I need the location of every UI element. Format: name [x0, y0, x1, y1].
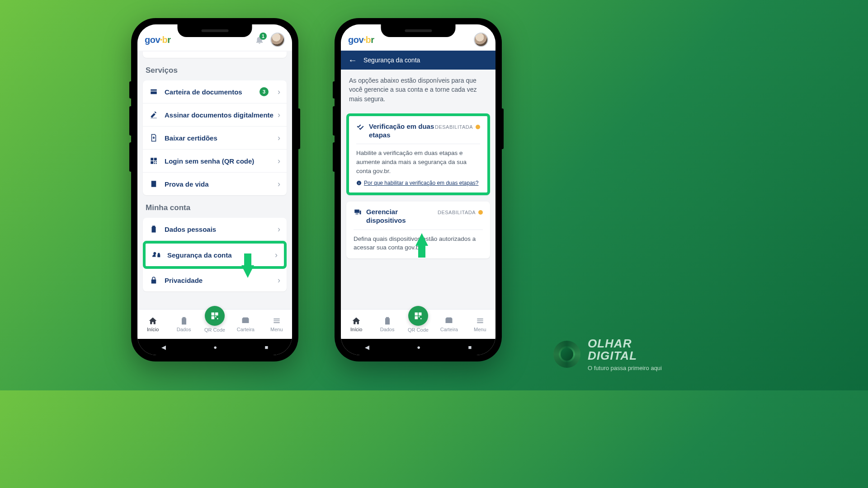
sub-header-title: Segurança da conta	[363, 56, 420, 64]
notifications-count-badge: 1	[259, 33, 267, 40]
avatar[interactable]	[474, 33, 488, 47]
avatar[interactable]	[270, 33, 285, 47]
phone-mockup-right: gov•br ← Segurança da conta As opções ab…	[335, 18, 502, 361]
qr-icon	[149, 156, 158, 165]
nav-menu[interactable]: Menu	[261, 316, 292, 332]
service-item-proof-of-life[interactable]: Prova de vida ›	[143, 173, 287, 195]
devices-icon	[354, 208, 362, 218]
qr-fab-icon	[205, 306, 225, 326]
section-title-servicos: Serviços	[143, 58, 287, 80]
nav-qr-code[interactable]: QR Code	[403, 316, 434, 333]
highlight-arrow-up-icon	[415, 233, 428, 246]
chevron-right-icon: ›	[278, 156, 280, 166]
chevron-right-icon: ›	[278, 276, 280, 285]
chevron-right-icon: ›	[278, 87, 280, 97]
two-step-title: Verificação em duas etapas	[369, 122, 437, 140]
sub-header-security: ← Segurança da conta	[341, 51, 495, 70]
service-label: Prova de vida	[165, 180, 209, 188]
two-step-body: Habilite a verificação em duas etapas e …	[356, 149, 480, 175]
chevron-right-icon: ›	[278, 133, 280, 143]
olhar-digital-logo-icon	[553, 341, 580, 368]
phone-mockup-left: gov•br 1 Serviços Carteira de documentos…	[131, 18, 298, 361]
softkey-home-icon[interactable]: ●	[417, 344, 420, 351]
lock-icon	[149, 276, 158, 285]
nav-inicio[interactable]: Início	[137, 316, 168, 332]
service-label: Carteira de documentos	[165, 88, 242, 96]
service-item-qr-login[interactable]: Login sem senha (QR code) ›	[143, 150, 287, 173]
account-label: Privacidade	[165, 277, 203, 284]
account-label: Segurança da conta	[167, 251, 232, 259]
screen-left: gov•br 1 Serviços Carteira de documentos…	[137, 24, 292, 355]
minha-conta-card: Dados pessoais › Segurança da conta › Pr…	[143, 218, 287, 291]
documents-count-badge: 3	[259, 87, 269, 96]
softkey-back-icon[interactable]: ◀	[161, 344, 166, 351]
status-badge: DESABILITADA	[435, 124, 480, 130]
account-label: Dados pessoais	[165, 225, 216, 233]
bottom-nav: Início Dados QR Code Carteira Menu	[137, 309, 292, 339]
account-item-personal-data[interactable]: Dados pessoais ›	[143, 218, 287, 241]
status-dot-icon	[476, 125, 480, 129]
info-icon	[356, 180, 362, 186]
previous-card-stub	[143, 52, 287, 58]
service-label: Baixar certidões	[165, 134, 217, 142]
account-item-security[interactable]: Segurança da conta ›	[143, 241, 287, 269]
brand-name-2: DIGITAL	[588, 349, 662, 363]
android-softkeys: ◀ ● ■	[341, 339, 495, 355]
chevron-right-icon: ›	[275, 250, 278, 260]
service-item-sign-documents[interactable]: Assinar documentos digitalmente ›	[143, 103, 287, 127]
nav-inicio[interactable]: Início	[341, 316, 372, 332]
nav-carteira[interactable]: Carteira	[434, 316, 464, 332]
softkey-home-icon[interactable]: ●	[213, 344, 217, 351]
nav-qr-code[interactable]: QR Code	[199, 316, 230, 333]
nav-menu[interactable]: Menu	[465, 316, 495, 332]
softkey-recent-icon[interactable]: ■	[468, 344, 472, 351]
govbr-logo: gov•br	[348, 35, 374, 45]
notch	[178, 24, 252, 37]
screen-right: gov•br ← Segurança da conta As opções ab…	[341, 24, 495, 355]
status-badge: DESABILITADA	[438, 210, 483, 215]
olhar-digital-brand: OLHAR DIGITAL O futuro passa primeiro aq…	[553, 337, 662, 371]
notch	[381, 24, 456, 37]
two-step-verification-card[interactable]: Verificação em duas etapas DESABILITADA …	[346, 113, 490, 195]
service-label: Login sem senha (QR code)	[165, 157, 254, 165]
nav-carteira[interactable]: Carteira	[230, 316, 261, 332]
double-check-icon	[356, 122, 364, 132]
account-item-privacy[interactable]: Privacidade ›	[143, 269, 287, 291]
nav-dados[interactable]: Dados	[168, 316, 199, 332]
brand-tagline: O futuro passa primeiro aqui	[588, 365, 662, 371]
content-left: Serviços Carteira de documentos 3 › Assi…	[137, 51, 292, 309]
wallet-card-icon	[149, 87, 158, 96]
chevron-right-icon: ›	[278, 110, 280, 120]
security-intro-text: As opções abaixo estão disponíveis para …	[346, 70, 490, 107]
download-doc-icon	[149, 133, 158, 142]
user-lock-icon	[152, 250, 161, 259]
android-softkeys: ◀ ● ■	[137, 339, 292, 355]
highlight-arrow-down-icon	[241, 265, 254, 278]
bottom-nav: Início Dados QR Code Carteira Menu	[341, 309, 495, 339]
service-item-documents-wallet[interactable]: Carteira de documentos 3 ›	[143, 80, 287, 103]
clipboard-icon	[149, 225, 158, 234]
status-dot-icon	[478, 210, 483, 215]
softkey-recent-icon[interactable]: ■	[264, 344, 268, 351]
section-title-minha-conta: Minha conta	[143, 195, 287, 218]
service-label: Assinar documentos digitalmente	[165, 111, 274, 119]
chevron-right-icon: ›	[278, 179, 280, 189]
service-item-download-certs[interactable]: Baixar certidões ›	[143, 127, 287, 150]
servicos-card: Carteira de documentos 3 › Assinar docum…	[143, 80, 287, 195]
content-right: As opções abaixo estão disponíveis para …	[341, 70, 495, 309]
govbr-logo: gov•br	[145, 35, 170, 45]
id-icon	[149, 179, 158, 188]
chevron-right-icon: ›	[278, 225, 280, 234]
signature-icon	[149, 110, 158, 119]
two-step-help-link[interactable]: Por que habilitar a verificação em duas …	[356, 180, 480, 186]
qr-fab-icon	[408, 306, 428, 326]
notifications-bell-icon[interactable]: 1	[254, 34, 265, 45]
nav-dados[interactable]: Dados	[372, 316, 402, 332]
softkey-back-icon[interactable]: ◀	[365, 344, 369, 351]
back-arrow-icon[interactable]: ←	[348, 55, 357, 66]
devices-title: Gerenciar dispositivos	[366, 208, 434, 225]
